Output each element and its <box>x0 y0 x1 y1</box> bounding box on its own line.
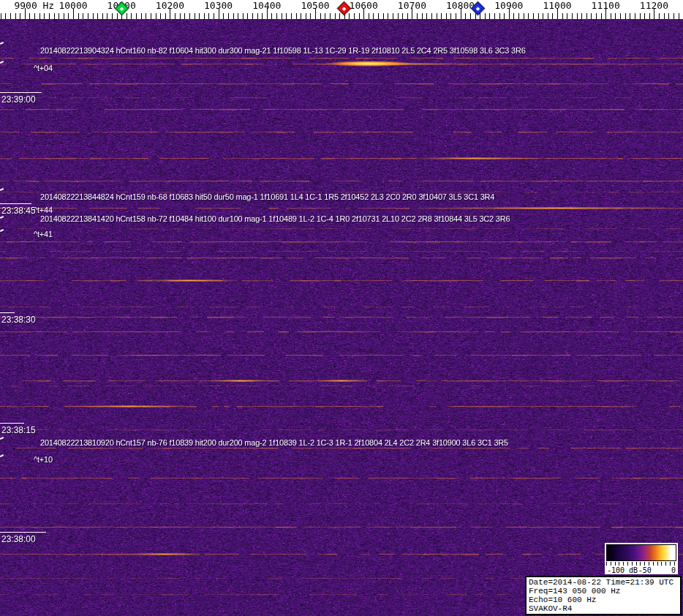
event-annotation: 20140822213844824 hCnt159 nb-68 f10683 h… <box>40 192 494 201</box>
ruler-tick <box>20 13 20 19</box>
ruler-tick <box>195 13 195 19</box>
ruler-tick <box>349 13 350 19</box>
ruler-frequency-label: 10700 <box>398 0 426 11</box>
ruler-tick <box>291 13 292 19</box>
ruler-tick <box>499 13 500 19</box>
ruler-tick <box>83 13 83 19</box>
ruler-tick <box>286 13 287 19</box>
ruler-tick <box>504 13 505 19</box>
ruler-tick <box>68 13 69 19</box>
ruler-tick <box>470 13 471 19</box>
ruler-tick <box>93 13 94 19</box>
ruler-tick <box>141 13 142 19</box>
ruler-frequency-label: 11000 <box>543 0 571 11</box>
ruler-tick <box>204 13 205 19</box>
status-date-time: Date=2014-08-22 Time=21:39 UTC <box>529 578 678 587</box>
ruler-tick <box>446 13 447 19</box>
ruler-tick <box>437 13 437 19</box>
ruler-tick <box>78 13 79 19</box>
ruler-tick <box>252 13 253 19</box>
ruler-tick <box>567 13 567 19</box>
ruler-tick <box>310 13 311 19</box>
ruler-frequency-label: 10300 <box>204 0 233 11</box>
ruler-tick <box>184 13 185 19</box>
ruler-frequency-label: 10900 <box>494 0 523 11</box>
ruler-tick <box>262 13 263 19</box>
ruler-tick <box>175 13 176 19</box>
ruler-tick <box>180 13 181 19</box>
ruler-tick <box>475 13 476 19</box>
ruler-tick <box>5 13 6 19</box>
marker-center-dot <box>476 7 480 11</box>
status-echo-frequency: Echo=10 600 Hz <box>529 596 678 604</box>
ruler-tick <box>151 13 151 19</box>
ruler-tick <box>494 13 495 19</box>
ruler-tick <box>513 13 514 19</box>
ruler-tick <box>577 13 578 19</box>
ruler-tick <box>276 13 277 19</box>
ruler-tick <box>107 13 107 19</box>
ruler-tick <box>228 13 229 19</box>
color-scale-labels: -100 dB -50 0 <box>606 566 676 574</box>
ruler-frequency-label: 10400 <box>252 0 281 11</box>
ruler-tick <box>117 13 118 19</box>
ruler-tick <box>112 13 113 19</box>
ruler-tick <box>243 13 244 19</box>
time-axis-tick <box>0 532 46 533</box>
ruler-tick <box>320 13 321 19</box>
ruler-tick <box>160 13 161 19</box>
ruler-tick <box>325 13 325 19</box>
time-label: 23:39:00 <box>1 94 36 105</box>
ruler-tick <box>548 13 548 19</box>
time-axis-tick <box>0 312 15 313</box>
time-label: 23:38:45 <box>1 206 36 216</box>
ruler-tick <box>620 13 621 19</box>
ruler-tick <box>649 13 650 19</box>
ruler-tick <box>552 13 553 19</box>
ruler-tick <box>426 13 427 19</box>
ruler-tick <box>49 13 50 19</box>
ruler-tick <box>422 13 423 19</box>
ruler-tick <box>97 13 98 19</box>
meteor-echo-waterfall-window: 9900 Hz100001010010200103001040010500106… <box>0 0 683 616</box>
ruler-tick <box>330 13 331 19</box>
ruler-tick <box>102 13 103 19</box>
ruler-tick <box>601 13 602 19</box>
ruler-tick <box>39 13 40 19</box>
ruler-tick <box>1 13 1 19</box>
spectrogram-canvas <box>0 19 683 616</box>
ruler-tick <box>480 13 480 19</box>
event-time-offset-marker: ^t+10 <box>34 455 53 464</box>
event-time-offset-marker: ^t+41 <box>34 230 53 238</box>
ruler-tick <box>296 13 297 19</box>
legend-max-db-label: 0 <box>671 566 676 574</box>
station-info-box: Date=2014-08-22 Time=21:39 UTC Freq=143 … <box>525 576 682 615</box>
ruler-tick <box>679 13 679 19</box>
ruler-tick <box>359 13 360 19</box>
ruler-tick <box>611 13 611 19</box>
ruler-tick <box>146 13 146 19</box>
time-label: 23:38:15 <box>1 425 36 435</box>
ruler-tick <box>15 13 16 19</box>
color-scale-gradient-bar <box>606 544 676 561</box>
ruler-tick <box>10 13 11 19</box>
event-time-offset-marker: ^t+04 <box>34 64 53 72</box>
ruler-frequency-label: 10000 <box>59 0 87 11</box>
ruler-tick <box>378 13 379 19</box>
ruler-frequency-label: 11200 <box>640 0 668 11</box>
event-annotation: 20140822213904324 hCnt160 nb-82 f10604 h… <box>40 46 526 55</box>
ruler-tick <box>417 13 418 19</box>
ruler-tick <box>668 13 669 19</box>
ruler-frequency-label: 10800 <box>446 0 475 11</box>
ruler-tick <box>524 13 524 19</box>
event-annotation: 20140822213810920 hCnt157 nb-76 f10839 h… <box>40 438 508 447</box>
ruler-tick <box>586 13 587 19</box>
ruler-tick <box>301 13 301 19</box>
ruler-tick <box>659 13 660 19</box>
ruler-tick <box>644 13 645 19</box>
ruler-tick <box>64 13 64 19</box>
ruler-tick <box>398 13 399 19</box>
ruler-tick <box>59 13 59 19</box>
ruler-tick <box>44 13 45 19</box>
time-label: 23:38:30 <box>1 315 36 325</box>
